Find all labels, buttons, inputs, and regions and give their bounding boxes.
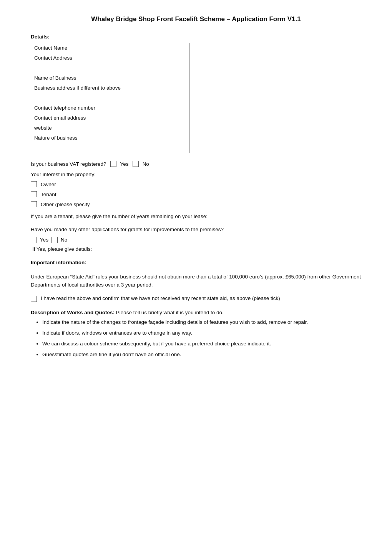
vat-no-checkbox[interactable] [133, 161, 139, 167]
table-cell-label: Name of Business [31, 73, 189, 83]
important-section: Important information: Under European “S… [31, 260, 361, 303]
table-row: website [31, 123, 361, 133]
table-row: Contact Address [31, 53, 361, 73]
table-cell-value[interactable] [189, 113, 361, 123]
table-cell-value[interactable] [189, 103, 361, 113]
owner-label: Owner [41, 182, 56, 187]
grants-no-label: No [61, 237, 67, 243]
grants-question: Have you made any other applications for… [31, 226, 361, 233]
interest-label: Your interest in the property: [31, 172, 361, 177]
vat-yes-label: Yes [120, 161, 129, 167]
state-aid-row: I have read the above and confirm that w… [31, 295, 361, 302]
important-body: Under European “State Aid” rules your bu… [31, 265, 361, 290]
table-cell-value[interactable] [189, 123, 361, 133]
other-checkbox[interactable] [31, 201, 37, 207]
interest-section: Your interest in the property: Owner Ten… [31, 172, 361, 207]
table-row: Name of Business [31, 73, 361, 83]
description-intro: Please tell us briefly what it is you in… [116, 310, 224, 315]
table-cell-value[interactable] [189, 43, 361, 53]
other-label: Other (please specify [41, 202, 90, 207]
state-aid-checkbox[interactable] [31, 296, 37, 302]
if-yes-label: If Yes, please give details: [32, 246, 361, 252]
tenant-label: Tenant [41, 192, 56, 197]
grants-yes-checkbox[interactable] [31, 237, 37, 243]
grants-yes-label: Yes [40, 237, 48, 243]
vat-row: Is your business VAT registered? Yes No [31, 161, 361, 167]
list-item: We can discuss a colour scheme subsequen… [42, 340, 361, 348]
table-cell-label: Contact Address [31, 53, 189, 73]
table-cell-label: Contact email address [31, 113, 189, 123]
table-row: Contact Name [31, 43, 361, 53]
table-cell-label: Business address if different to above [31, 83, 189, 103]
description-heading: Description of Works and Quotes: [31, 310, 115, 315]
list-item: Guesstimate quotes are fine if you don’t… [42, 351, 361, 358]
owner-option: Owner [31, 181, 361, 187]
tenant-checkbox[interactable] [31, 191, 37, 197]
table-cell-value[interactable] [189, 83, 361, 103]
page-title: Whaley Bridge Shop Front Facelift Scheme… [31, 15, 361, 23]
table-cell-value[interactable] [189, 53, 361, 73]
tenant-option: Tenant [31, 191, 361, 197]
tenant-question: If you are a tenant, please give the num… [31, 213, 361, 220]
table-cell-value[interactable] [189, 133, 361, 153]
important-heading: Important information: [31, 260, 86, 265]
bullet-list: Indicate the nature of the changes to fr… [42, 318, 361, 359]
details-table: Contact NameContact AddressName of Busin… [31, 43, 361, 153]
table-cell-label: website [31, 123, 189, 133]
vat-question: Is your business VAT registered? [31, 161, 106, 167]
owner-checkbox[interactable] [31, 181, 37, 187]
details-label: Details: [31, 34, 361, 40]
table-cell-value[interactable] [189, 73, 361, 83]
grants-no-checkbox[interactable] [51, 237, 58, 243]
table-row: Nature of business [31, 133, 361, 153]
table-cell-label: Nature of business [31, 133, 189, 153]
table-row: Contact telephone number [31, 103, 361, 113]
vat-no-label: No [143, 161, 149, 167]
table-cell-label: Contact telephone number [31, 103, 189, 113]
table-row: Contact email address [31, 113, 361, 123]
vat-yes-checkbox[interactable] [110, 161, 116, 167]
table-cell-label: Contact Name [31, 43, 189, 53]
description-section: Description of Works and Quotes: Please … [31, 310, 361, 359]
other-option: Other (please specify [31, 201, 361, 207]
table-row: Business address if different to above [31, 83, 361, 103]
state-aid-text: I have read the above and confirm that w… [41, 295, 280, 302]
grants-yes-no-row: Yes No [31, 237, 361, 243]
list-item: Indicate the nature of the changes to fr… [42, 318, 361, 326]
list-item: Indicate if doors, windows or entrances … [42, 329, 361, 337]
